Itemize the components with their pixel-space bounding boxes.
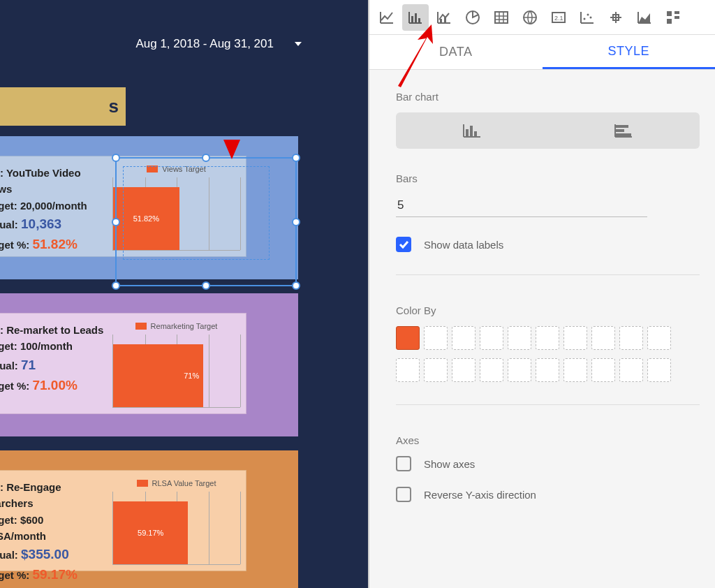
kpi-title: KPI: YouTube Video Views xyxy=(0,165,108,198)
pie-chart-icon[interactable] xyxy=(459,4,486,31)
svg-point-12 xyxy=(590,16,592,18)
axes-label: Axes xyxy=(396,434,700,446)
color-swatch[interactable] xyxy=(619,358,643,382)
legend-swatch-icon xyxy=(135,323,147,330)
reverse-y-label: Reverse Y-axis direction xyxy=(424,489,536,501)
svg-rect-19 xyxy=(474,131,477,136)
svg-rect-17 xyxy=(466,129,469,136)
color-swatch-1[interactable] xyxy=(396,326,420,350)
color-swatch[interactable] xyxy=(424,358,448,382)
color-swatch[interactable] xyxy=(647,358,671,382)
svg-rect-1 xyxy=(415,13,417,22)
svg-rect-21 xyxy=(616,129,624,132)
color-swatch[interactable] xyxy=(563,358,587,382)
annotation-arrow-canvas xyxy=(218,105,246,163)
svg-rect-13 xyxy=(667,11,672,16)
table-chart-icon[interactable] xyxy=(488,4,515,31)
area-chart-icon[interactable] xyxy=(631,4,658,31)
section-heading-bar: s xyxy=(0,87,126,126)
color-swatch[interactable] xyxy=(452,326,476,350)
kpi-block-1: KPI: YouTube Video Views Target: 20,000/… xyxy=(0,136,298,279)
svg-rect-4 xyxy=(444,17,446,22)
date-range-text: Aug 1, 2018 - Aug 31, 201 xyxy=(135,37,274,51)
bar-chart-label: Bar chart xyxy=(396,91,700,103)
kpi-text-2: KPI: Re-market to Leads Target: 100/mont… xyxy=(0,322,108,408)
bar-orientation-toggle[interactable] xyxy=(396,112,700,149)
bar-segment: 71% xyxy=(113,344,203,407)
color-swatch[interactable] xyxy=(536,326,559,350)
section-heading-text: s xyxy=(109,96,119,117)
kpi-text-1: KPI: YouTube Video Views Target: 20,000/… xyxy=(0,165,108,251)
color-swatch[interactable] xyxy=(508,326,531,350)
svg-text:2.1: 2.1 xyxy=(554,15,563,22)
dropdown-triangle-icon xyxy=(295,42,302,46)
svg-point-10 xyxy=(584,17,586,20)
geo-chart-icon[interactable] xyxy=(517,4,543,31)
bullet-chart-icon[interactable] xyxy=(603,4,629,31)
pivot-table-icon[interactable] xyxy=(660,4,686,31)
svg-rect-20 xyxy=(616,125,628,128)
scorecard-icon[interactable]: 2.1 xyxy=(545,4,572,31)
kpi-card-1[interactable]: KPI: YouTube Video Views Target: 20,000/… xyxy=(0,156,246,257)
bar-segment: 51.82% xyxy=(113,187,179,250)
kpi-chart-1[interactable]: Views Target 51.82% xyxy=(112,165,240,256)
reverse-y-checkbox[interactable] xyxy=(396,487,411,502)
svg-rect-16 xyxy=(667,19,672,24)
kpi-block-2: KPI: Re-market to Leads Target: 100/mont… xyxy=(0,293,298,436)
annotation-arrow-toolbar xyxy=(391,24,440,90)
horizontal-bars-icon[interactable] xyxy=(548,112,700,149)
color-swatch[interactable] xyxy=(536,358,559,382)
svg-rect-6 xyxy=(495,12,508,23)
color-swatch[interactable] xyxy=(480,326,503,350)
kpi-block-3: KPI: Re-Engage Searchers Target: $600 RL… xyxy=(0,450,298,588)
show-axes-label: Show axes xyxy=(424,458,475,470)
kpi-chart-3[interactable]: RLSA Value Target 59.17% xyxy=(112,479,240,570)
color-swatch[interactable] xyxy=(647,326,671,350)
svg-rect-15 xyxy=(675,16,679,19)
bars-label: Bars xyxy=(396,172,700,184)
scatter-chart-icon[interactable] xyxy=(574,4,600,31)
svg-rect-18 xyxy=(470,126,473,136)
svg-rect-0 xyxy=(411,16,413,22)
show-axes-checkbox[interactable] xyxy=(396,456,411,471)
tab-style[interactable]: STYLE xyxy=(543,35,716,69)
color-swatch[interactable] xyxy=(508,358,531,382)
color-by-label: Color By xyxy=(396,304,700,316)
kpi-title: KPI: Re-market to Leads xyxy=(0,322,108,338)
bars-count-input[interactable] xyxy=(396,194,647,217)
svg-rect-2 xyxy=(418,18,420,22)
color-swatch[interactable] xyxy=(452,358,476,382)
kpi-card-2[interactable]: KPI: Re-market to Leads Target: 100/mont… xyxy=(0,313,246,414)
color-swatch[interactable] xyxy=(396,358,420,382)
kpi-text-3: KPI: Re-Engage Searchers Target: $600 RL… xyxy=(0,479,108,565)
date-range-picker[interactable]: Aug 1, 2018 - Aug 31, 201 xyxy=(135,37,302,51)
legend-swatch-icon xyxy=(137,480,148,487)
color-swatch[interactable] xyxy=(619,326,643,350)
svg-rect-22 xyxy=(616,133,631,136)
color-swatch[interactable] xyxy=(591,358,615,382)
svg-rect-14 xyxy=(675,11,679,14)
color-swatch[interactable] xyxy=(424,326,448,350)
report-canvas[interactable]: Aug 1, 2018 - Aug 31, 201 s KPI: YouTube… xyxy=(0,0,369,588)
show-data-labels-checkbox[interactable] xyxy=(396,237,411,252)
color-swatch[interactable] xyxy=(563,326,587,350)
legend-swatch-icon xyxy=(147,166,158,172)
color-swatch[interactable] xyxy=(480,358,503,382)
kpi-chart-2[interactable]: Remarketing Target 71% xyxy=(112,322,240,413)
bar-segment: 59.17% xyxy=(113,501,188,564)
kpi-title: KPI: Re-Engage Searchers xyxy=(0,479,108,512)
color-swatch[interactable] xyxy=(591,326,615,350)
svg-rect-3 xyxy=(440,19,442,22)
show-data-labels-label: Show data labels xyxy=(424,239,503,251)
svg-point-11 xyxy=(587,13,589,15)
vertical-bars-icon[interactable] xyxy=(396,112,548,149)
style-panel-body[interactable]: Bar chart Bars Show data labels Color By xyxy=(369,70,715,545)
kpi-card-3[interactable]: KPI: Re-Engage Searchers Target: $600 RL… xyxy=(0,470,246,571)
